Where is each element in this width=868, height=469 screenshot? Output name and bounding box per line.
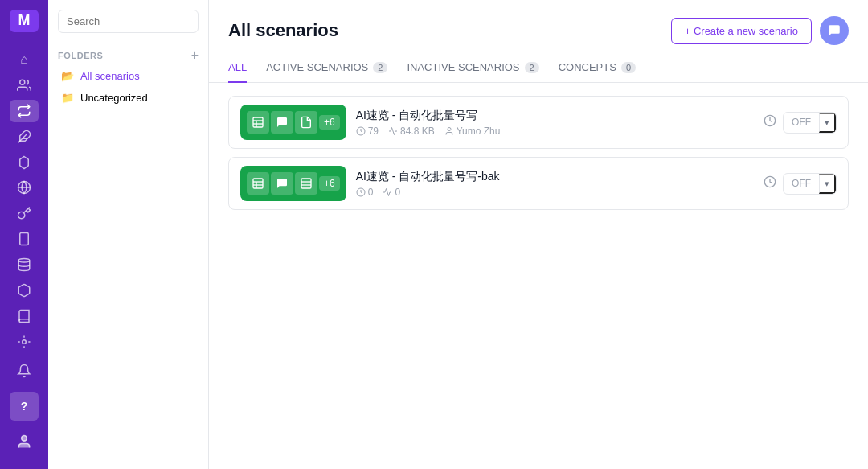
database-icon[interactable] <box>10 253 39 276</box>
scenario-actions-1: OFF ▾ <box>764 173 837 195</box>
svg-marker-3 <box>20 156 29 168</box>
tab-active-badge: 2 <box>373 62 387 73</box>
tab-concepts-label: CONCEPTS <box>559 61 616 73</box>
folders-label: FOLDERS <box>58 51 103 60</box>
clock-icon-1[interactable] <box>764 175 776 191</box>
device-icon[interactable] <box>10 228 39 250</box>
scenario-runs-0: 79 <box>356 125 379 137</box>
toggle-group-1: OFF ▾ <box>783 173 837 195</box>
tab-concepts-badge: 0 <box>621 62 636 73</box>
tab-active-label: ACTIVE SCENARIOS <box>266 61 368 73</box>
left-panel: FOLDERS + 📂 All scenarios 📁 Uncategorize… <box>48 0 209 469</box>
scenario-size-0: 84.8 KB <box>388 125 435 137</box>
scenario-info-0: AI速览 - 自动化批量号写 79 84.8 KB Yumo Zhu <box>356 109 754 137</box>
svg-rect-26 <box>301 179 311 188</box>
svg-rect-22 <box>253 179 263 188</box>
svg-point-8 <box>18 259 30 263</box>
folder-open-icon: 📂 <box>61 70 74 82</box>
toggle-group-0: OFF ▾ <box>783 112 837 134</box>
scenario-icon-doc-1 <box>295 172 317 195</box>
tabs-bar: ALL ACTIVE SCENARIOS 2 INACTIVE SCENARIO… <box>209 51 868 83</box>
scenario-meta-0: 79 84.8 KB Yumo Zhu <box>356 125 754 137</box>
scenario-info-1: AI速览 - 自动化批量号写-bak 0 0 <box>356 170 754 198</box>
scenario-card-0: +6 AI速览 - 自动化批量号写 79 84.8 KB Yumo Zhu <box>228 96 849 149</box>
tab-concepts[interactable]: CONCEPTS 0 <box>559 61 636 83</box>
plugins-icon[interactable] <box>10 125 39 148</box>
scenario-actions-0: OFF ▾ <box>764 112 837 134</box>
scenario-icon-table <box>247 111 269 134</box>
scenario-user-0: Yumo Zhu <box>444 125 501 137</box>
scenario-icons-1: +6 <box>240 166 346 201</box>
svg-point-9 <box>23 340 27 344</box>
users-icon[interactable] <box>10 74 39 97</box>
folders-header: FOLDERS + <box>48 43 208 65</box>
svg-point-20 <box>448 127 451 130</box>
tab-inactive-scenarios[interactable]: INACTIVE SCENARIOS 2 <box>407 61 538 83</box>
app-logo[interactable]: M <box>10 10 39 32</box>
scenario-runs-1: 0 <box>356 187 374 198</box>
scenario-size-1: 0 <box>383 187 400 198</box>
toggle-arrow-button-1[interactable]: ▾ <box>819 174 836 194</box>
scenario-icon-doc <box>295 111 317 134</box>
toggle-off-button-1[interactable]: OFF <box>784 175 819 192</box>
toggle-off-button-0[interactable]: OFF <box>784 113 819 131</box>
scenario-more-1: +6 <box>319 176 340 191</box>
scenario-meta-1: 0 0 <box>356 187 754 198</box>
home-icon[interactable]: ⌂ <box>10 48 39 71</box>
folder-uncategorized-label: Uncategorized <box>80 92 148 104</box>
tab-inactive-label: INACTIVE SCENARIOS <box>407 61 519 73</box>
scenario-list: +6 AI速览 - 自动化批量号写 79 84.8 KB Yumo Zhu <box>209 83 868 469</box>
scenario-icon-chat-1 <box>271 172 293 195</box>
flow-icon[interactable] <box>10 331 39 353</box>
keys-icon[interactable] <box>10 202 39 224</box>
toggle-arrow-button-0[interactable]: ▾ <box>819 113 836 133</box>
scenarios-icon[interactable] <box>10 100 39 122</box>
scenario-icon-chat <box>271 111 293 134</box>
search-input[interactable] <box>58 10 199 33</box>
globe-icon[interactable] <box>10 177 39 200</box>
help-icon[interactable]: ? <box>10 392 39 421</box>
scenario-icons-0: +6 <box>240 105 346 140</box>
tab-all[interactable]: ALL <box>228 61 247 83</box>
folder-closed-icon: 📁 <box>61 92 74 104</box>
scenario-name-1: AI速览 - 自动化批量号写-bak <box>356 170 754 184</box>
page-title: All scenarios <box>228 20 338 41</box>
scenario-name-0: AI速览 - 自动化批量号写 <box>356 109 754 123</box>
folder-all-scenarios-label: All scenarios <box>80 70 140 82</box>
tab-active-scenarios[interactable]: ACTIVE SCENARIOS 2 <box>266 61 387 83</box>
scenario-more-0: +6 <box>319 115 340 130</box>
bell-icon[interactable] <box>10 356 39 385</box>
sidebar: M ⌂ ? <box>0 0 48 469</box>
svg-point-0 <box>20 80 25 84</box>
add-folder-button[interactable]: + <box>191 49 199 62</box>
folder-uncategorized[interactable]: 📁 Uncategorized <box>51 87 205 109</box>
tab-all-label: ALL <box>228 61 247 73</box>
chat-bubble-icon[interactable] <box>820 16 849 45</box>
connections-icon[interactable] <box>10 151 39 174</box>
tab-inactive-badge: 2 <box>525 62 539 73</box>
scenario-icon-table-1 <box>247 172 269 195</box>
svg-rect-15 <box>253 117 263 127</box>
box-icon[interactable] <box>10 279 39 302</box>
folder-all-scenarios[interactable]: 📂 All scenarios <box>51 65 205 87</box>
main-header: All scenarios + Create a new scenario <box>209 0 868 45</box>
user-avatar-icon[interactable] <box>10 427 39 456</box>
search-container <box>48 0 208 43</box>
scenario-card-1: +6 AI速览 - 自动化批量号写-bak 0 0 <box>228 157 849 210</box>
main-content: All scenarios + Create a new scenario AL… <box>209 0 868 469</box>
create-scenario-button[interactable]: + Create a new scenario <box>671 18 812 44</box>
book-icon[interactable] <box>10 305 39 327</box>
clock-icon-0[interactable] <box>764 114 776 130</box>
svg-point-14 <box>22 435 27 441</box>
